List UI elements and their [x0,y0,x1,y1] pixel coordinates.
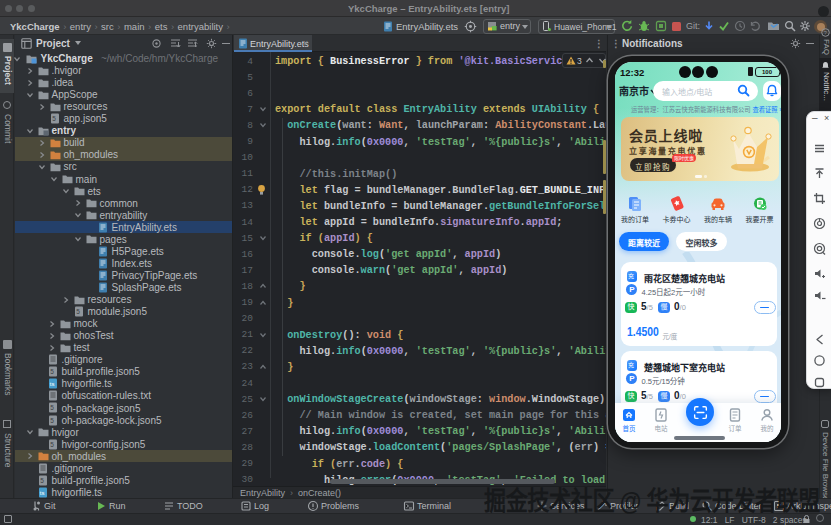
svg-text:5: 5 [50,441,54,448]
svg-text:ts: ts [40,490,45,496]
svg-text:5: 5 [50,405,54,412]
svg-text:5: 5 [76,308,80,315]
svg-text:5: 5 [50,368,54,375]
svg-text:5: 5 [52,115,56,122]
svg-text:ts: ts [50,381,55,387]
svg-text:5: 5 [50,417,54,424]
svg-text:5: 5 [40,477,44,484]
svg-text:?: ? [824,30,827,36]
